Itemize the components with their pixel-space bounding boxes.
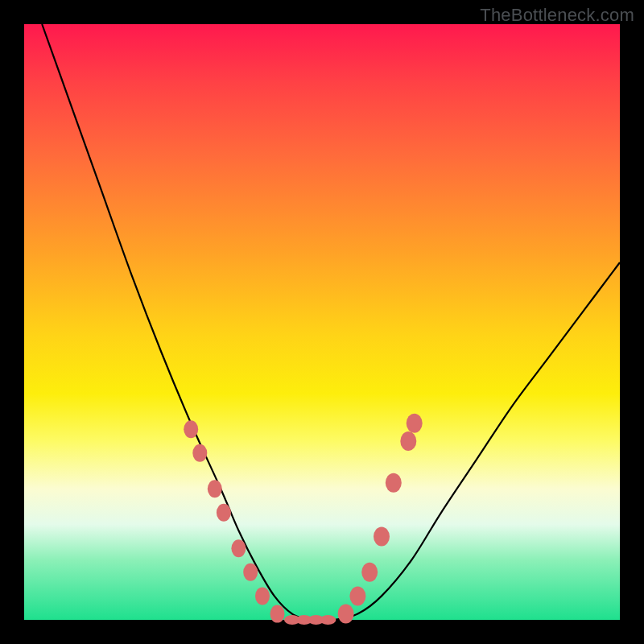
data-marker bbox=[349, 586, 365, 605]
data-marker bbox=[231, 539, 246, 557]
chart-frame: TheBottleneck.com bbox=[0, 0, 644, 644]
chart-svg bbox=[24, 24, 620, 620]
data-marker bbox=[407, 414, 423, 433]
data-marker bbox=[338, 605, 354, 624]
data-marker bbox=[374, 526, 390, 546]
data-marker bbox=[208, 480, 222, 497]
watermark-text: TheBottleneck.com bbox=[480, 5, 634, 26]
data-marker bbox=[217, 504, 231, 522]
data-marker bbox=[255, 587, 270, 605]
data-marker bbox=[184, 420, 198, 438]
markers-bottom bbox=[284, 615, 336, 625]
data-marker bbox=[192, 444, 207, 462]
data-marker bbox=[320, 615, 336, 625]
data-marker bbox=[400, 431, 416, 451]
plot-area bbox=[24, 24, 620, 620]
data-marker bbox=[361, 563, 378, 582]
bottleneck-curve bbox=[42, 24, 620, 621]
data-marker bbox=[386, 473, 402, 493]
markers-ascending bbox=[338, 414, 423, 624]
data-marker bbox=[243, 564, 258, 581]
data-marker bbox=[270, 605, 285, 623]
